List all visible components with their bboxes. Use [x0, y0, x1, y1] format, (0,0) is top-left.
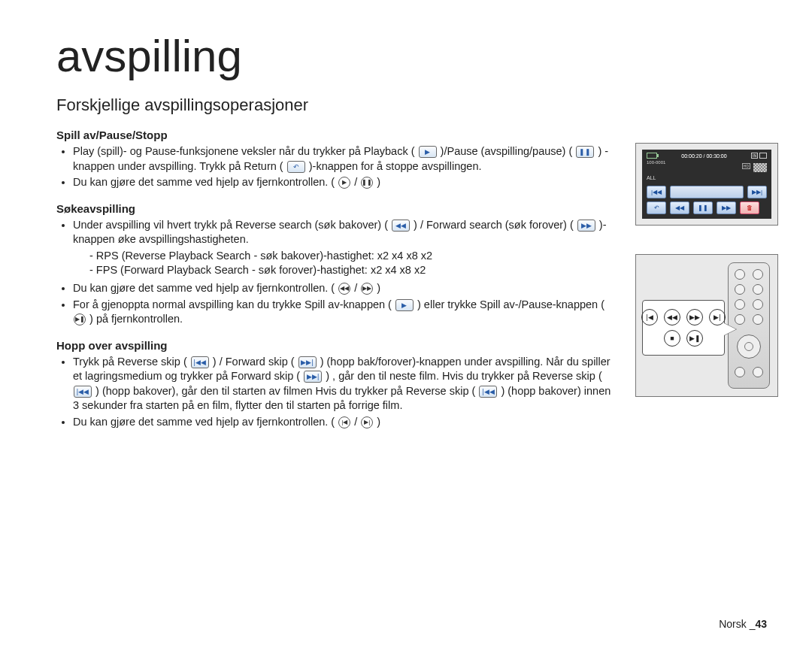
search-bullets: Under avspilling vil hvert trykk på Reve…	[56, 218, 613, 327]
thumbnail-icon	[753, 163, 767, 172]
heading-skip: Hopp over avspilling	[56, 339, 613, 352]
search-bullet-2: Du kan gjøre det samme ved hjelp av fjer…	[73, 281, 613, 296]
remote-btn-9[interactable]	[735, 367, 745, 377]
skip-bullet-2: Du kan gjøre det samme ved hjelp av fjer…	[73, 415, 613, 430]
footer-page-number: 43	[755, 618, 767, 630]
play-bullets: Play (spill)- og Pause-funksjonene veksl…	[56, 144, 613, 190]
remote-rev-search-icon: ◀◀	[338, 283, 350, 295]
remote-rev-skip-icon: |◀	[338, 416, 350, 428]
play-bullet-2: Du kan gjøre det samme ved hjelp av fjer…	[73, 175, 613, 190]
lcd-return-button[interactable]: ↶	[647, 201, 666, 214]
heading-search: Søkeavspilling	[56, 202, 613, 215]
lcd: 00:00:20 / 00:30:00 IN 100-0001 HD ALL |…	[642, 150, 771, 219]
remote-btn-3[interactable]	[735, 284, 745, 295]
lcd-fwd-skip-button[interactable]: ▶▶|	[747, 186, 767, 198]
remote-btn-6[interactable]	[753, 299, 763, 310]
search-dashes: RPS (Reverse Playback Search - søk bakov…	[73, 249, 613, 278]
figure-lcd-screen: 00:00:20 / 00:30:00 IN 100-0001 HD ALL |…	[635, 143, 778, 226]
remote-fwd-skip-icon: ▶|	[361, 416, 373, 428]
rps-line: RPS (Reverse Playback Search - søk bakov…	[89, 249, 613, 264]
search-bullet-3: For å gjenoppta normal avspilling kan du…	[73, 298, 613, 327]
lcd-row-1: |◀◀ ▶▶|	[647, 186, 767, 198]
page-title: avspilling	[56, 30, 767, 82]
remote-btn-10[interactable]	[753, 367, 763, 377]
callout-row-2: ■ ▶❚	[664, 330, 703, 347]
lcd-fwd-search-button[interactable]: ▶▶	[717, 201, 736, 214]
content-column: Spill av/Pause/Stopp Play (spill)- og Pa…	[56, 129, 613, 429]
remote-dpad[interactable]	[737, 335, 761, 359]
return-icon: ↶	[287, 161, 305, 173]
reverse-skip-icon: |◀◀	[191, 356, 209, 368]
lcd-timecode: 00:00:20 / 00:30:00	[681, 153, 726, 159]
forward-skip-icon-2: ▶▶|	[304, 371, 322, 383]
remote-btn-4[interactable]	[753, 284, 763, 295]
remote-btn-5[interactable]	[735, 299, 745, 310]
fps-line: FPS (Forward Playback Search - søk forov…	[89, 263, 613, 278]
skip-bullet-1: Trykk på Reverse skip ( |◀◀ ) / Forward …	[73, 355, 613, 413]
lcd-row-2: ↶ ◀◀ ❚❚ ▶▶ 🗑	[647, 201, 767, 214]
reverse-skip-icon-2: |◀◀	[74, 386, 92, 398]
in-badge-icon: IN	[751, 153, 758, 159]
forward-search-icon: ▶▶	[577, 220, 595, 232]
reverse-skip-icon-3: |◀◀	[479, 386, 497, 398]
callout-row-1: |◀ ◀◀ ▶▶ ▶|	[641, 309, 726, 326]
callout-playpause-icon: ▶❚	[686, 330, 703, 347]
pause-icon: ❚❚	[576, 146, 594, 158]
callout-fwd-skip-icon: ▶|	[709, 309, 726, 326]
reverse-search-icon: ◀◀	[392, 220, 410, 232]
figure-remote: |◀ ◀◀ ▶▶ ▶| ■ ▶❚	[635, 254, 778, 397]
lcd-delete-button[interactable]: 🗑	[740, 201, 759, 214]
play-icon: ▶	[419, 146, 437, 158]
remote-play-icon: ▶	[338, 177, 350, 189]
callout-fwd-search-icon: ▶▶	[686, 309, 703, 326]
lcd-all-label: ALL	[647, 175, 656, 180]
remote-btn-1[interactable]	[735, 269, 745, 280]
lcd-rev-skip-button[interactable]: |◀◀	[647, 186, 666, 198]
callout-stop-icon: ■	[664, 330, 680, 347]
remote-pause-icon: ❚❚	[361, 177, 373, 189]
remote-btn-7[interactable]	[735, 314, 745, 325]
callout-rev-search-icon: ◀◀	[664, 309, 680, 326]
lcd-status-icons: IN	[751, 153, 767, 159]
card-icon	[759, 153, 767, 159]
play-bullet-1: Play (spill)- og Pause-funksjonene veksl…	[73, 144, 613, 174]
lcd-counter: 100-0001	[647, 160, 665, 165]
page-footer: Norsk _43	[719, 618, 767, 630]
section-title: Forskjellige avspillingsoperasjoner	[56, 95, 767, 115]
skip-bullets: Trykk på Reverse skip ( |◀◀ ) / Forward …	[56, 355, 613, 430]
remote-playpause-icon: ▶❚	[74, 313, 86, 326]
remote-callout: |◀ ◀◀ ▶▶ ▶| ■ ▶❚	[642, 300, 725, 356]
remote-btn-8[interactable]	[753, 314, 763, 325]
manual-page: avspilling Forskjellige avspillingsopera…	[0, 0, 812, 651]
forward-skip-icon: ▶▶|	[298, 356, 317, 368]
remote-btn-2[interactable]	[753, 269, 763, 280]
lcd-topbar: 00:00:20 / 00:30:00 IN	[647, 153, 767, 159]
search-bullet-1: Under avspilling vil hvert trykk på Reve…	[73, 218, 613, 278]
heading-play-pause-stop: Spill av/Pause/Stopp	[56, 129, 613, 141]
battery-icon	[647, 153, 657, 159]
lcd-rev-search-button[interactable]: ◀◀	[670, 201, 689, 214]
play-icon-2: ▶	[395, 299, 414, 311]
lcd-progress-bar[interactable]	[670, 186, 744, 198]
lcd-pause-button[interactable]: ❚❚	[693, 201, 713, 214]
hd-badge-icon: HD	[742, 163, 750, 169]
callout-rev-skip-icon: |◀	[641, 309, 658, 326]
remote-fwd-search-icon: ▶▶	[361, 283, 373, 295]
footer-lang: Norsk _	[719, 618, 755, 630]
